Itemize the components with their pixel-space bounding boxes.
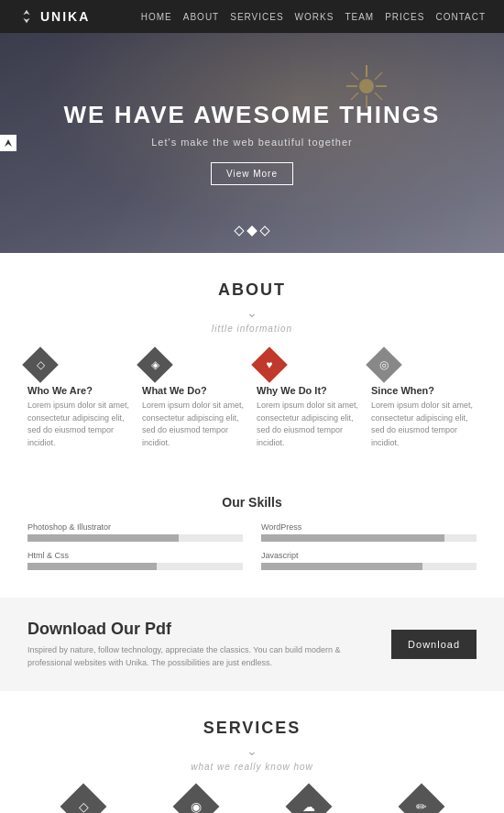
services-chevron-icon: ⌄ (18, 743, 486, 758)
skill-label-0: Photoshop & Illustrator (27, 522, 243, 532)
about-cards: ◇ Who We Are? Lorem ipsum dolor sit amet… (27, 352, 477, 449)
nav-services[interactable]: SERVICES (230, 12, 283, 22)
app-dev-icon-wrap: ◇ (60, 784, 106, 813)
skill-html: Html & Css (27, 551, 243, 570)
skill-bar-bg-3 (261, 563, 477, 570)
nav-home[interactable]: HOME (141, 12, 172, 22)
about-card-2: ♥ Why We Do It? Lorem ipsum dolor sit am… (257, 352, 362, 449)
hero-content: WE HAVE AWESOME THINGS Let's make the we… (64, 101, 441, 185)
coding-pen-icon-wrap: ✏ (398, 784, 444, 813)
services-title: SERVICES (18, 719, 486, 738)
about-section: ABOUT ⌄ little information ◇ Who We Are?… (0, 253, 504, 477)
about-icon-wrap-2: ♥ (251, 346, 288, 383)
nav-contact[interactable]: CONTACT (435, 12, 486, 22)
about-card-title-2: Why We Do It? (257, 385, 362, 396)
nav-about[interactable]: ABOUT (183, 12, 219, 22)
hero-view-more-button[interactable]: View More (211, 162, 293, 185)
service-card-0: ◇ App Development Lorem ipsum dolor sit … (30, 790, 136, 813)
svg-marker-11 (5, 139, 12, 147)
skill-bar-fill-1 (261, 534, 444, 542)
skill-bar-fill-0 (27, 534, 179, 542)
services-cards: ◇ App Development Lorem ipsum dolor sit … (18, 790, 486, 813)
skill-bar-bg-1 (261, 534, 477, 542)
download-text-block: Download Our Pdf Inspired by nature, fol… (27, 620, 373, 669)
services-section: SERVICES ⌄ what we really know how ◇ App… (0, 691, 504, 813)
nav-team[interactable]: TEAM (345, 12, 374, 22)
skills-grid: Photoshop & Illustrator WordPress Html &… (27, 522, 477, 570)
hero-section: WE HAVE AWESOME THINGS Let's make the we… (0, 33, 504, 253)
what-we-do-icon: ◈ (151, 358, 159, 371)
skill-label-1: WordPress (261, 522, 477, 532)
skill-bar-fill-3 (261, 563, 422, 570)
about-card-title-3: Since When? (371, 385, 477, 396)
about-card-text-2: Lorem ipsum dolor sit amet, consectetur … (257, 400, 362, 449)
svg-marker-1 (23, 18, 29, 23)
skill-bar-bg-0 (27, 534, 243, 542)
about-card-text-0: Lorem ipsum dolor sit amet, consectetur … (27, 400, 133, 449)
svg-marker-0 (23, 10, 29, 15)
cloud-hosting-icon-wrap: ☁ (285, 784, 332, 813)
about-icon-wrap-1: ◈ (137, 346, 173, 383)
skill-wordpress: WordPress (261, 522, 477, 542)
about-card-title-0: Who We Are? (27, 385, 133, 396)
hero-dots (236, 227, 268, 235)
skill-bar-fill-2 (27, 563, 157, 570)
skill-photoshop: Photoshop & Illustrator (27, 522, 243, 542)
about-title: ABOUT (27, 280, 477, 300)
download-button[interactable]: Download (391, 630, 477, 659)
about-chevron-icon: ⌄ (27, 305, 477, 320)
logo: UNIKA (18, 8, 90, 25)
download-section: Download Our Pdf Inspired by nature, fol… (0, 598, 504, 691)
about-card-title-1: What We Do? (142, 385, 247, 396)
svg-line-9 (375, 72, 382, 80)
nav-works[interactable]: WORKS (295, 12, 334, 22)
about-card-3: ◎ Since When? Lorem ipsum dolor sit amet… (371, 352, 477, 449)
hero-dot-3[interactable] (259, 225, 269, 236)
ui-design-icon: ◉ (191, 799, 202, 813)
svg-line-10 (351, 93, 358, 100)
about-icon-wrap-0: ◇ (22, 346, 59, 383)
download-description: Inspired by nature, follow technology, a… (27, 644, 373, 669)
logo-text: UNIKA (40, 9, 90, 24)
why-we-do-icon: ♥ (266, 358, 272, 371)
hero-dot-2[interactable] (247, 225, 257, 236)
logo-icon (18, 8, 35, 25)
cloud-hosting-icon: ☁ (302, 799, 315, 813)
skill-bar-bg-2 (27, 563, 243, 570)
skill-javascript: Javascript (261, 551, 477, 570)
nav-links: HOME ABOUT SERVICES WORKS TEAM PRICES CO… (141, 12, 486, 22)
svg-point-2 (359, 79, 374, 93)
about-card-text-3: Lorem ipsum dolor sit amet, consectetur … (371, 400, 477, 449)
hero-title: WE HAVE AWESOME THINGS (64, 101, 441, 129)
about-card-text-1: Lorem ipsum dolor sit amet, consectetur … (142, 400, 247, 449)
skills-section: Our Skills Photoshop & Illustrator WordP… (0, 477, 504, 598)
hero-bookmark (0, 135, 16, 151)
app-dev-icon: ◇ (78, 799, 88, 813)
about-card-0: ◇ Who We Are? Lorem ipsum dolor sit amet… (27, 352, 133, 449)
hero-subtitle: Let's make the web beautiful together (64, 137, 441, 148)
service-card-3: ✏ Coding Pen Lorem ipsum dolor sit amet,… (368, 790, 474, 813)
skill-label-3: Javascript (261, 551, 477, 560)
service-card-1: ◉ Ui Design Lorem ipsum dolor sit amet, … (143, 790, 248, 813)
nav-prices[interactable]: PRICES (385, 12, 424, 22)
about-card-1: ◈ What We Do? Lorem ipsum dolor sit amet… (142, 352, 247, 449)
svg-line-8 (375, 93, 382, 100)
skill-label-2: Html & Css (27, 551, 243, 560)
about-subtitle: little information (27, 324, 477, 334)
services-subtitle: what we really know how (18, 762, 486, 772)
skills-title: Our Skills (27, 495, 477, 510)
ui-design-icon-wrap: ◉ (172, 784, 219, 813)
coding-pen-icon: ✏ (416, 799, 427, 813)
hero-dot-1[interactable] (234, 225, 244, 236)
since-when-icon: ◎ (379, 358, 389, 371)
navbar: UNIKA HOME ABOUT SERVICES WORKS TEAM PRI… (0, 0, 504, 33)
download-title: Download Our Pdf (27, 620, 373, 639)
svg-line-7 (351, 72, 358, 80)
service-card-2: ☁ Cloud Hosting Lorem ipsum dolor sit am… (256, 790, 361, 813)
about-icon-wrap-3: ◎ (366, 346, 402, 383)
who-we-are-icon: ◇ (37, 358, 45, 371)
